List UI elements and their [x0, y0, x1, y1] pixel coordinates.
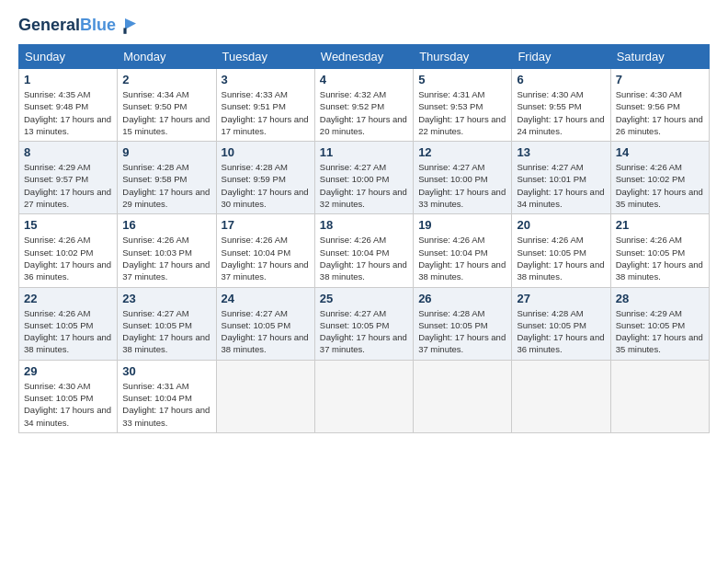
- day-number: 29: [24, 364, 112, 378]
- day-info: Sunrise: 4:30 AM Sunset: 10:05 PM Daylig…: [24, 380, 112, 429]
- calendar-cell: 3 Sunrise: 4:33 AM Sunset: 9:51 PM Dayli…: [216, 69, 314, 142]
- col-tuesday: Tuesday: [216, 45, 314, 69]
- day-number: 2: [122, 73, 210, 86]
- day-number: 15: [24, 218, 112, 232]
- day-info: Sunrise: 4:28 AM Sunset: 9:58 PM Dayligh…: [122, 161, 210, 210]
- day-info: Sunrise: 4:26 AM Sunset: 10:05 PM Daylig…: [616, 234, 704, 282]
- col-saturday: Saturday: [610, 45, 709, 69]
- calendar-cell: 21 Sunrise: 4:26 AM Sunset: 10:05 PM Day…: [610, 214, 709, 287]
- calendar-cell: 28 Sunrise: 4:29 AM Sunset: 10:05 PM Day…: [610, 287, 709, 360]
- day-info: Sunrise: 4:27 AM Sunset: 10:05 PM Daylig…: [122, 307, 210, 356]
- day-info: Sunrise: 4:27 AM Sunset: 10:00 PM Daylig…: [320, 161, 408, 210]
- day-info: Sunrise: 4:27 AM Sunset: 10:05 PM Daylig…: [320, 307, 408, 356]
- calendar-cell: [314, 360, 413, 432]
- day-number: 20: [517, 218, 605, 232]
- day-number: 24: [222, 292, 310, 305]
- calendar: Sunday Monday Tuesday Wednesday Thursday…: [18, 44, 710, 433]
- calendar-week-row: 8 Sunrise: 4:29 AM Sunset: 9:57 PM Dayli…: [19, 142, 710, 214]
- calendar-cell: 17 Sunrise: 4:26 AM Sunset: 10:04 PM Day…: [216, 214, 314, 287]
- day-number: 18: [320, 218, 408, 232]
- day-info: Sunrise: 4:30 AM Sunset: 9:56 PM Dayligh…: [616, 88, 704, 137]
- calendar-cell: 22 Sunrise: 4:26 AM Sunset: 10:05 PM Day…: [19, 287, 118, 360]
- svg-rect-1: [123, 28, 126, 33]
- day-info: Sunrise: 4:26 AM Sunset: 10:02 PM Daylig…: [616, 161, 704, 210]
- day-number: 9: [122, 145, 210, 159]
- calendar-cell: 12 Sunrise: 4:27 AM Sunset: 10:00 PM Day…: [414, 142, 512, 214]
- day-number: 12: [418, 145, 506, 159]
- day-number: 19: [418, 218, 506, 232]
- calendar-cell: 11 Sunrise: 4:27 AM Sunset: 10:00 PM Day…: [314, 142, 413, 214]
- calendar-header-row: Sunday Monday Tuesday Wednesday Thursday…: [19, 45, 710, 69]
- logo-icon: [118, 15, 140, 37]
- day-info: Sunrise: 4:26 AM Sunset: 10:04 PM Daylig…: [222, 234, 310, 282]
- col-friday: Friday: [512, 45, 610, 69]
- col-thursday: Thursday: [414, 45, 512, 69]
- day-number: 28: [616, 292, 704, 305]
- day-info: Sunrise: 4:27 AM Sunset: 10:05 PM Daylig…: [222, 307, 310, 356]
- calendar-cell: 2 Sunrise: 4:34 AM Sunset: 9:50 PM Dayli…: [118, 69, 216, 142]
- calendar-cell: 19 Sunrise: 4:26 AM Sunset: 10:04 PM Day…: [414, 214, 512, 287]
- calendar-week-row: 1 Sunrise: 4:35 AM Sunset: 9:48 PM Dayli…: [19, 69, 710, 142]
- page: GeneralBlue Sunday Monday Tuesday Wednes…: [0, 0, 728, 442]
- calendar-cell: 5 Sunrise: 4:31 AM Sunset: 9:53 PM Dayli…: [414, 69, 512, 142]
- day-number: 30: [122, 364, 210, 378]
- day-number: 21: [616, 218, 704, 232]
- calendar-cell: 13 Sunrise: 4:27 AM Sunset: 10:01 PM Day…: [512, 142, 610, 214]
- calendar-cell: 8 Sunrise: 4:29 AM Sunset: 9:57 PM Dayli…: [19, 142, 118, 214]
- day-info: Sunrise: 4:26 AM Sunset: 10:04 PM Daylig…: [320, 234, 408, 282]
- day-number: 5: [418, 73, 506, 86]
- day-number: 13: [517, 145, 605, 159]
- calendar-cell: [414, 360, 512, 432]
- calendar-cell: [610, 360, 709, 432]
- day-info: Sunrise: 4:31 AM Sunset: 9:53 PM Dayligh…: [418, 88, 506, 137]
- calendar-cell: [512, 360, 610, 432]
- day-info: Sunrise: 4:28 AM Sunset: 9:59 PM Dayligh…: [222, 161, 310, 210]
- calendar-cell: 7 Sunrise: 4:30 AM Sunset: 9:56 PM Dayli…: [610, 69, 709, 142]
- calendar-cell: 30 Sunrise: 4:31 AM Sunset: 10:04 PM Day…: [118, 360, 216, 432]
- day-info: Sunrise: 4:26 AM Sunset: 10:03 PM Daylig…: [122, 234, 210, 282]
- calendar-cell: 16 Sunrise: 4:26 AM Sunset: 10:03 PM Day…: [118, 214, 216, 287]
- svg-marker-0: [125, 18, 136, 29]
- calendar-cell: 24 Sunrise: 4:27 AM Sunset: 10:05 PM Day…: [216, 287, 314, 360]
- day-number: 10: [222, 145, 310, 159]
- day-info: Sunrise: 4:33 AM Sunset: 9:51 PM Dayligh…: [222, 88, 310, 137]
- col-wednesday: Wednesday: [314, 45, 413, 69]
- calendar-cell: 15 Sunrise: 4:26 AM Sunset: 10:02 PM Day…: [19, 214, 118, 287]
- logo: GeneralBlue: [18, 15, 140, 37]
- day-number: 17: [222, 218, 310, 232]
- calendar-cell: 14 Sunrise: 4:26 AM Sunset: 10:02 PM Day…: [610, 142, 709, 214]
- col-monday: Monday: [118, 45, 216, 69]
- logo-text: GeneralBlue: [18, 17, 116, 35]
- calendar-cell: 27 Sunrise: 4:28 AM Sunset: 10:05 PM Day…: [512, 287, 610, 360]
- day-number: 16: [122, 218, 210, 232]
- day-info: Sunrise: 4:31 AM Sunset: 10:04 PM Daylig…: [122, 380, 210, 429]
- day-info: Sunrise: 4:26 AM Sunset: 10:05 PM Daylig…: [517, 234, 605, 282]
- day-info: Sunrise: 4:28 AM Sunset: 10:05 PM Daylig…: [517, 307, 605, 356]
- calendar-week-row: 22 Sunrise: 4:26 AM Sunset: 10:05 PM Day…: [19, 287, 710, 360]
- day-info: Sunrise: 4:26 AM Sunset: 10:04 PM Daylig…: [418, 234, 506, 282]
- calendar-cell: 10 Sunrise: 4:28 AM Sunset: 9:59 PM Dayl…: [216, 142, 314, 214]
- day-info: Sunrise: 4:27 AM Sunset: 10:00 PM Daylig…: [418, 161, 506, 210]
- day-info: Sunrise: 4:26 AM Sunset: 10:05 PM Daylig…: [24, 307, 112, 356]
- day-number: 23: [122, 292, 210, 305]
- calendar-cell: 20 Sunrise: 4:26 AM Sunset: 10:05 PM Day…: [512, 214, 610, 287]
- calendar-cell: 26 Sunrise: 4:28 AM Sunset: 10:05 PM Day…: [414, 287, 512, 360]
- calendar-week-row: 29 Sunrise: 4:30 AM Sunset: 10:05 PM Day…: [19, 360, 710, 432]
- calendar-cell: 1 Sunrise: 4:35 AM Sunset: 9:48 PM Dayli…: [19, 69, 118, 142]
- header: GeneralBlue: [18, 15, 710, 37]
- day-info: Sunrise: 4:29 AM Sunset: 9:57 PM Dayligh…: [24, 161, 112, 210]
- day-info: Sunrise: 4:35 AM Sunset: 9:48 PM Dayligh…: [24, 88, 112, 137]
- day-info: Sunrise: 4:32 AM Sunset: 9:52 PM Dayligh…: [320, 88, 408, 137]
- calendar-cell: [216, 360, 314, 432]
- day-number: 6: [517, 73, 605, 86]
- calendar-cell: 29 Sunrise: 4:30 AM Sunset: 10:05 PM Day…: [19, 360, 118, 432]
- calendar-cell: 18 Sunrise: 4:26 AM Sunset: 10:04 PM Day…: [314, 214, 413, 287]
- calendar-cell: 23 Sunrise: 4:27 AM Sunset: 10:05 PM Day…: [118, 287, 216, 360]
- day-info: Sunrise: 4:34 AM Sunset: 9:50 PM Dayligh…: [122, 88, 210, 137]
- day-number: 1: [24, 73, 112, 86]
- day-number: 22: [24, 292, 112, 305]
- col-sunday: Sunday: [19, 45, 118, 69]
- day-number: 7: [616, 73, 704, 86]
- day-info: Sunrise: 4:30 AM Sunset: 9:55 PM Dayligh…: [517, 88, 605, 137]
- day-number: 27: [517, 292, 605, 305]
